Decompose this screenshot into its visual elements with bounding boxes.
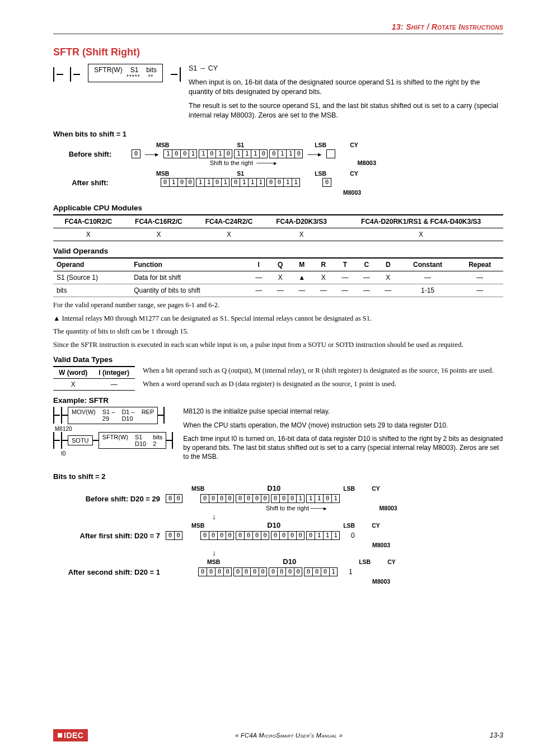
bit-cell: 0 — [252, 494, 261, 503]
dt-table: W (word) I (integer) X — — [53, 366, 135, 391]
ex-c1a: S1 – — [102, 408, 115, 415]
before-bits: 1001101011100110 — [163, 149, 303, 158]
dt-v1: X — [53, 379, 93, 391]
bit-group: 00 — [166, 531, 182, 540]
table-row: FC4A-C10R2/CFC4A-C16R2/CFC4A-C24R2/CFC4A… — [53, 215, 503, 228]
bit-cell: 0 — [177, 178, 186, 187]
instruction-box: SFTR(W) S1 bits ***** ** — [88, 64, 163, 82]
bit-cell: 0 — [226, 531, 234, 540]
bit-cell: 0 — [242, 567, 250, 576]
body-para: For the valid operand number range, see … — [53, 300, 503, 311]
table-cell: — — [456, 271, 503, 284]
ex-2: 2 — [153, 440, 156, 447]
applicable-cpu-heading: Applicable CPU Modules — [53, 204, 503, 212]
bit-cell: 0 — [304, 567, 312, 576]
table-cell: X — [339, 228, 503, 241]
bit-cell: 0 — [294, 567, 302, 576]
footer-mid-a: « FC4A — [235, 732, 259, 739]
example-text: M8120 is the initialize pulse special in… — [183, 407, 503, 466]
bit-cell: 0 — [261, 494, 269, 503]
bit-cell: 0 — [259, 149, 268, 158]
bs2-pre: 00 — [166, 531, 182, 540]
table-cell: Data for bit shift — [130, 271, 248, 284]
bit-cell: 0 — [217, 531, 226, 540]
bit-cell: 0 — [213, 178, 221, 187]
table-cell: — — [334, 284, 356, 297]
table-header: Q — [270, 258, 292, 271]
bit-group: 0111 — [231, 178, 265, 187]
cy-after1: 0 — [351, 532, 355, 539]
bit-cell: 1 — [256, 178, 265, 187]
body-para: ▲ Internal relays M0 through M1277 can b… — [53, 314, 503, 324]
dt-v2: — — [93, 379, 135, 391]
ex-p1: M8120 is the initialize pulse special in… — [183, 407, 503, 416]
ex-p3: Each time input I0 is turned on, 16-bit … — [183, 434, 503, 462]
bs2-pre: 00 — [166, 494, 182, 503]
label-s1: S1 — [237, 170, 244, 177]
ex-box-mov: MOV(W) S1 –29 D1 –D10 REP — [68, 407, 158, 424]
bit-cell: 0 — [166, 531, 174, 540]
ex-bits: bits — [153, 434, 162, 440]
bit-cell: 0 — [275, 178, 283, 187]
table-cell: — — [248, 271, 270, 284]
table-cell: — — [356, 284, 378, 297]
instr-p2: bits — [146, 66, 157, 74]
bit-group: 0001 — [304, 567, 338, 576]
example-row: MOV(W) S1 –29 D1 –D10 REP M8120 SOTU SFT… — [53, 407, 503, 466]
table-header: R — [313, 258, 335, 271]
bit-cell: 0 — [269, 149, 278, 158]
label-lsb: LSB — [343, 485, 355, 492]
m8003: M8003 — [372, 578, 503, 585]
shift-note-text: Shift to the right — [210, 159, 253, 166]
footer-mid-b: MicroSmart User's Manual — [259, 732, 337, 739]
bit-cell: 1 — [216, 149, 224, 158]
bit-cell: 0 — [252, 531, 261, 540]
bit-cell: 0 — [174, 531, 182, 540]
ladder-stub — [53, 67, 80, 82]
dt-text1: When a bit operand such as Q (output), M… — [143, 366, 503, 376]
label-cy: CY — [350, 142, 358, 148]
label-msb: MSB — [156, 142, 169, 148]
bit-cell: 0 — [207, 149, 216, 158]
bit-cell: 0 — [236, 494, 244, 503]
bit-cell: 0 — [217, 494, 226, 503]
bit-cell: 0 — [209, 494, 217, 503]
bit-group: 0000 — [236, 531, 269, 540]
label-msb: MSB — [156, 170, 169, 177]
bit-group: 0110 — [269, 149, 303, 158]
bit-group: 1110 — [234, 149, 268, 158]
ex-sftr: SFTR(W) — [102, 434, 128, 447]
bit-cell: 0 — [321, 567, 329, 576]
bs2-after2-label: After second shift: D20 = 1 — [53, 568, 162, 576]
table-header: C — [356, 258, 378, 271]
bit-cell: 0 — [288, 531, 296, 540]
shift-note-text: Shift to the right — [266, 505, 309, 511]
after-label: After shift: — [53, 179, 127, 187]
table-cell: — — [248, 284, 270, 297]
table-row: S1 (Source 1)Data for bit shift—X▲X——X—— — [53, 271, 503, 284]
m8003-label: M8003 — [343, 189, 503, 196]
bit-cell: 0 — [277, 567, 285, 576]
bit-group: 0100 — [161, 178, 194, 187]
cy-after: 0 — [322, 178, 331, 187]
bit-cell: 1 — [248, 178, 256, 187]
after-shift-row: After shift: 0100110101110011 0 — [53, 178, 503, 187]
bit-cell: 0 — [285, 567, 294, 576]
instruction-row: SFTR(W) S1 bits ***** ** S1 → CY When in… — [53, 64, 503, 124]
bit-cell: 1 — [331, 494, 340, 503]
label-lsb: LSB — [359, 558, 371, 565]
bit-cell: 1 — [240, 178, 248, 187]
bit-cell: 0 — [172, 149, 180, 158]
ex-left-label: M8120 — [55, 426, 173, 432]
instr-p1: S1 — [130, 66, 139, 74]
ladder-stub-right — [171, 67, 181, 82]
bs2-before-bits: 0000000000011101 — [200, 494, 340, 503]
arrow-icon: ──▸ — [145, 150, 159, 158]
table-header: D — [377, 258, 399, 271]
table-header: I — [248, 258, 270, 271]
table-cell: — — [377, 284, 399, 297]
table-cell: X — [53, 228, 124, 241]
bit-cell: 1 — [306, 494, 315, 503]
bit-cell: 0 — [186, 178, 194, 187]
label-cy: CY — [372, 485, 380, 492]
